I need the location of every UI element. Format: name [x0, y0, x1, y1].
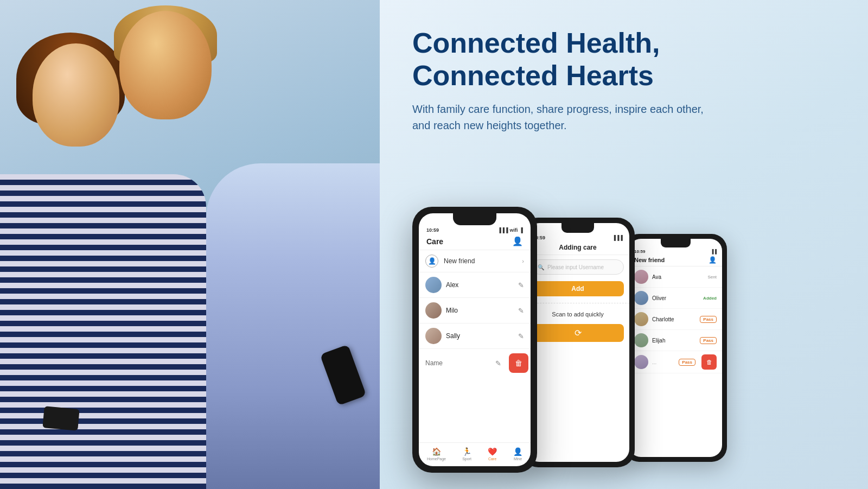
search-placeholder: Please input Username — [547, 264, 604, 270]
divider — [526, 303, 629, 303]
search-row: 🔍 Please input Username — [526, 255, 629, 279]
friend-name-elijah: Elijah — [652, 338, 696, 344]
phone-right: 10:59 ▐▐ New friend 👤 Ava Sent — [624, 234, 727, 462]
friend-name-ava: Ava — [652, 274, 704, 280]
avatar-charlotte — [634, 312, 648, 326]
scan-icon: ⟳ — [575, 328, 582, 338]
swipe-action-row: Name ✎ 🗑 — [419, 349, 531, 377]
avatar-alex — [425, 277, 442, 293]
contact-milo[interactable]: Milo ✎ — [419, 298, 531, 323]
mid-status-icons: ▐▐▐ — [612, 235, 623, 240]
friend-ava[interactable]: Ava Sent — [629, 266, 722, 288]
headline: Connected Health, Connected Hearts With … — [412, 27, 846, 134]
mine-icon: 👤 — [513, 447, 522, 456]
scan-button[interactable]: ⟳ — [532, 324, 624, 342]
main-status-bar: 10:59 ▐▐▐ wifi ▐ — [419, 225, 531, 233]
phone-mid-screen: 10:59 ▐▐▐ Adding care 🔍 Please input Use… — [526, 223, 629, 462]
badge-added-oliver: Added — [703, 296, 717, 301]
profile-icon[interactable]: 👤 — [512, 236, 523, 246]
edit-icon-alex[interactable]: ✎ — [518, 281, 524, 289]
right-time: 10:59 — [634, 249, 645, 254]
phone-main: 10:59 ▐▐▐ wifi ▐ Care 👤 👤 New friend — [412, 207, 537, 473]
avatar-sally — [425, 328, 442, 344]
phone-main-screen: 10:59 ▐▐▐ wifi ▐ Care 👤 👤 New friend — [419, 213, 531, 466]
nav-home-label: HomePage — [427, 457, 446, 461]
name-label: Name — [425, 359, 491, 367]
wifi-icon: wifi — [510, 227, 518, 233]
sport-icon: 🏃 — [462, 447, 471, 456]
nav-care-label: Care — [488, 457, 496, 461]
care-list: 👤 New friend › Alex ✎ Milo ✎ — [419, 250, 531, 442]
contact-sally[interactable]: Sally ✎ — [419, 323, 531, 349]
scan-label: Scan to add quickly — [526, 311, 629, 317]
nav-sport-label: Sport — [462, 457, 471, 461]
avatar-ava — [634, 270, 648, 284]
bottom-nav: 🏠 HomePage 🏃 Sport ❤️ Care 👤 Mine — [419, 442, 531, 466]
content-section: Connected Health, Connected Hearts With … — [380, 0, 868, 489]
delete-button[interactable]: 🗑 — [509, 353, 528, 373]
care-icon: ❤️ — [488, 447, 497, 456]
badge-pass-elijah: Pass — [700, 337, 717, 344]
add-button[interactable]: Add — [532, 281, 624, 296]
main-time: 10:59 — [426, 227, 439, 233]
friend-name-charlotte: Charlotte — [652, 316, 696, 322]
edit-icon-sally[interactable]: ✎ — [518, 332, 524, 340]
main-phone-header: Care 👤 — [419, 233, 531, 250]
mid-title: Adding care — [559, 244, 596, 251]
care-title: Care — [426, 237, 443, 246]
new-friend-row[interactable]: 👤 New friend › — [419, 250, 531, 272]
friend-charlotte[interactable]: Charlotte Pass — [629, 309, 722, 330]
friend-name-extra: ... — [652, 359, 675, 365]
mid-status-bar: 10:59 ▐▐▐ — [526, 233, 629, 240]
badge-pass-charlotte: Pass — [700, 316, 717, 323]
avatar-milo — [425, 302, 442, 319]
nav-mine[interactable]: 👤 Mine — [513, 447, 522, 461]
avatar-extra — [634, 355, 648, 369]
chevron-icon: › — [522, 258, 524, 264]
mid-header: Adding care — [526, 240, 629, 255]
edit-icon-name[interactable]: ✎ — [495, 359, 501, 367]
male-shirt — [206, 163, 380, 489]
right-profile-icon[interactable]: 👤 — [709, 256, 717, 264]
right-header: New friend 👤 — [629, 254, 722, 266]
phone-mid: 10:59 ▐▐▐ Adding care 🔍 Please input Use… — [521, 218, 635, 467]
female-shirt — [0, 174, 206, 489]
right-notch — [661, 239, 691, 247]
subtitle: With family care function, share progres… — [412, 101, 716, 134]
badge-pass-extra: Pass — [679, 359, 695, 366]
contact-name-sally: Sally — [446, 332, 514, 340]
nav-mine-label: Mine — [514, 457, 522, 461]
female-head — [33, 43, 119, 147]
search-input-box[interactable]: 🔍 Please input Username — [532, 259, 624, 275]
photo-section — [0, 0, 380, 489]
signal-icon: ▐▐▐ — [497, 227, 508, 233]
contact-name-milo: Milo — [446, 307, 514, 314]
phone-notch — [453, 213, 496, 225]
contact-name-alex: Alex — [446, 281, 514, 289]
male-head — [119, 11, 212, 119]
contact-alex[interactable]: Alex ✎ — [419, 272, 531, 298]
phones-container: 10:59 ▐▐▐ wifi ▐ Care 👤 👤 New friend — [412, 155, 846, 473]
nav-home[interactable]: 🏠 HomePage — [427, 447, 446, 461]
status-icons: ▐▐▐ wifi ▐ — [497, 227, 523, 233]
nav-sport[interactable]: 🏃 Sport — [462, 447, 471, 461]
right-signal: ▐▐ — [711, 249, 717, 254]
home-icon: 🏠 — [432, 447, 441, 456]
mid-signal: ▐▐▐ — [612, 235, 623, 240]
avatar-oliver — [634, 291, 648, 305]
friend-name-oliver: Oliver — [652, 295, 699, 301]
friend-oliver[interactable]: Oliver Added — [629, 288, 722, 309]
friend-elijah[interactable]: Elijah Pass — [629, 330, 722, 351]
delete-button-small[interactable]: 🗑 — [701, 354, 717, 370]
nav-care[interactable]: ❤️ Care — [488, 447, 497, 461]
new-friend-icon: 👤 — [425, 255, 438, 268]
right-status-bar: 10:59 ▐▐ — [629, 247, 722, 254]
badge-sent-ava: Sent — [708, 275, 717, 280]
right-status-icons: ▐▐ — [711, 249, 717, 254]
new-friend-label: New friend — [444, 257, 516, 265]
battery-icon: ▐ — [520, 227, 523, 233]
main-title: Connected Health, Connected Hearts — [412, 27, 846, 92]
phone-right-screen: 10:59 ▐▐ New friend 👤 Ava Sent — [629, 239, 722, 457]
mid-notch — [561, 223, 594, 233]
edit-icon-milo[interactable]: ✎ — [518, 307, 524, 315]
